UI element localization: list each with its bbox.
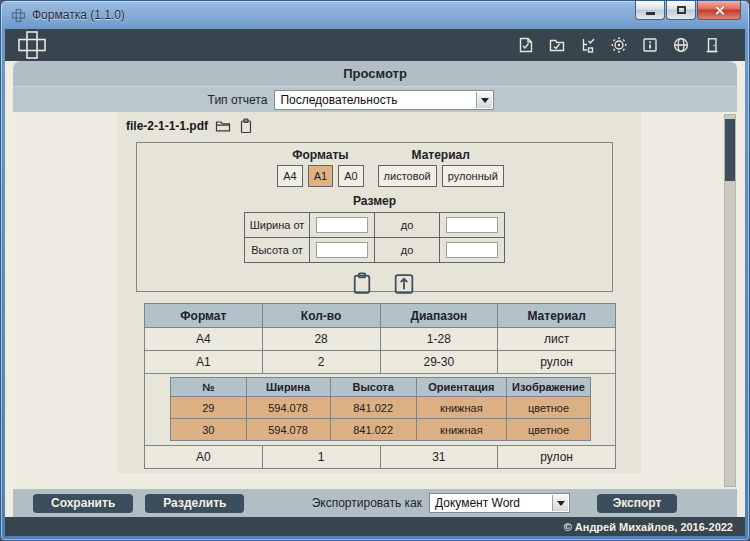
cell-count: 1 bbox=[262, 446, 380, 469]
table-header-row: № Ширина Высота Ориентация Изображение bbox=[171, 378, 591, 397]
vertical-scrollbar[interactable] bbox=[724, 114, 736, 487]
formats-summary-table: Формат Кол-во Диапазон Материал A4 28 1-… bbox=[144, 303, 616, 469]
col-material: Материал bbox=[498, 304, 616, 328]
info-icon[interactable] bbox=[641, 36, 659, 54]
window-client-area: Просмотр Тип отчета Последовательность f… bbox=[5, 29, 745, 536]
status-bar: © Андрей Михайлов, 2016-2022 bbox=[5, 517, 745, 536]
material-group: Материал листовой рулонный bbox=[378, 148, 504, 187]
table-row: Высота от до bbox=[245, 238, 505, 263]
file-name: file-2-1-1-1.pdf bbox=[126, 119, 208, 133]
cell-count: 28 bbox=[262, 328, 380, 351]
width-to-label: до bbox=[375, 213, 440, 238]
window-titlebar[interactable]: Форматка (1.1.0) bbox=[1, 1, 749, 29]
apply-upload-button[interactable] bbox=[391, 271, 417, 296]
window-controls bbox=[635, 1, 741, 20]
app-window: Форматка (1.1.0) bbox=[0, 0, 750, 541]
save-button[interactable]: Сохранить bbox=[33, 494, 133, 513]
copy-clipboard-icon[interactable] bbox=[238, 118, 254, 134]
cell-number: 30 bbox=[171, 419, 247, 441]
table-row[interactable]: A0 1 31 рулон bbox=[145, 446, 616, 469]
document-viewport: file-2-1-1-1.pdf bbox=[13, 112, 737, 489]
material-sheet-button[interactable]: листовой bbox=[378, 165, 437, 187]
report-type-select[interactable]: Последовательность bbox=[274, 90, 494, 110]
width-to-input[interactable] bbox=[446, 217, 498, 233]
header-toolbar bbox=[517, 36, 721, 54]
settings-gear-icon[interactable] bbox=[610, 36, 628, 54]
height-to-input[interactable] bbox=[446, 242, 498, 258]
report-folder-icon[interactable] bbox=[548, 36, 566, 54]
report-type-value: Последовательность bbox=[280, 93, 397, 107]
col-width: Ширина bbox=[246, 378, 330, 397]
cell-format: A0 bbox=[145, 446, 263, 469]
cell-height: 841.022 bbox=[330, 397, 416, 419]
cell-material: рулон bbox=[498, 446, 616, 469]
main-area: Просмотр Тип отчета Последовательность f… bbox=[5, 61, 745, 517]
minimize-button[interactable] bbox=[635, 1, 665, 20]
table-header-row: Формат Кол-во Диапазон Материал bbox=[145, 304, 616, 328]
material-roll-button[interactable]: рулонный bbox=[442, 165, 504, 187]
format-a4-button[interactable]: A4 bbox=[277, 165, 302, 187]
chevron-down-icon[interactable] bbox=[476, 92, 492, 108]
split-button[interactable]: Разделить bbox=[145, 494, 244, 513]
height-from-input[interactable] bbox=[316, 242, 368, 258]
cell-width: 594.078 bbox=[246, 419, 330, 441]
window-title: Форматка (1.1.0) bbox=[32, 8, 125, 22]
cell-image: цветное bbox=[506, 397, 590, 419]
open-folder-icon[interactable] bbox=[215, 118, 231, 134]
export-button[interactable]: Экспорт bbox=[597, 494, 677, 513]
col-orientation: Ориентация bbox=[416, 378, 506, 397]
close-icon bbox=[714, 5, 725, 16]
cell-range: 31 bbox=[380, 446, 498, 469]
preview-card: Просмотр Тип отчета Последовательность f… bbox=[13, 61, 737, 517]
size-filter-table: Ширина от до Высота от до bbox=[244, 212, 505, 263]
file-row: file-2-1-1-1.pdf bbox=[126, 118, 254, 134]
height-from-label: Высота от bbox=[245, 238, 310, 263]
structure-report-icon[interactable] bbox=[579, 36, 597, 54]
report-file-icon[interactable] bbox=[517, 36, 535, 54]
chevron-down-icon[interactable] bbox=[552, 495, 568, 511]
size-label: Размер bbox=[137, 194, 612, 208]
report-type-row: Тип отчета Последовательность bbox=[13, 86, 737, 112]
table-row[interactable]: A1 2 29-30 рулон bbox=[145, 351, 616, 374]
material-label: Материал bbox=[412, 148, 470, 162]
table-row[interactable]: A4 28 1-28 лист bbox=[145, 328, 616, 351]
table-row[interactable]: 29 594.078 841.022 книжная цветное bbox=[171, 397, 591, 419]
col-number: № bbox=[171, 378, 247, 397]
pdf-preview-panel: file-2-1-1-1.pdf bbox=[118, 112, 641, 473]
col-image: Изображение bbox=[506, 378, 590, 397]
cell-material: рулон bbox=[498, 351, 616, 374]
maximize-button[interactable] bbox=[666, 1, 696, 20]
close-button[interactable] bbox=[697, 1, 741, 20]
cell-range: 1-28 bbox=[380, 328, 498, 351]
cell-orientation: книжная bbox=[416, 397, 506, 419]
footer-toolbar: Сохранить Разделить Экспортировать как Д… bbox=[13, 489, 737, 517]
height-to-label: до bbox=[375, 238, 440, 263]
cell-image: цветное bbox=[506, 419, 590, 441]
copyright-text: © Андрей Михайлов, 2016-2022 bbox=[564, 521, 733, 533]
cell-height: 841.022 bbox=[330, 419, 416, 441]
scrollbar-thumb[interactable] bbox=[725, 119, 735, 181]
table-row[interactable]: 30 594.078 841.022 книжная цветное bbox=[171, 419, 591, 441]
detail-row: № Ширина Высота Ориентация Изображение 2… bbox=[145, 374, 616, 446]
col-height: Высота bbox=[330, 378, 416, 397]
cell-count: 2 bbox=[262, 351, 380, 374]
cell-format: A1 bbox=[145, 351, 263, 374]
app-window-icon bbox=[11, 8, 26, 23]
language-globe-icon[interactable] bbox=[672, 36, 690, 54]
format-a0-button[interactable]: A0 bbox=[338, 165, 363, 187]
format-a1-button[interactable]: A1 bbox=[308, 165, 333, 187]
exit-door-icon[interactable] bbox=[703, 36, 721, 54]
cell-material: лист bbox=[498, 328, 616, 351]
pages-detail-table: № Ширина Высота Ориентация Изображение 2… bbox=[170, 377, 591, 441]
col-range: Диапазон bbox=[380, 304, 498, 328]
col-format: Формат bbox=[145, 304, 263, 328]
cell-width: 594.078 bbox=[246, 397, 330, 419]
app-logo-icon bbox=[17, 30, 47, 60]
cell-format: A4 bbox=[145, 328, 263, 351]
cell-number: 29 bbox=[171, 397, 247, 419]
export-group: Экспортировать как Документ Word Экспорт bbox=[312, 493, 677, 513]
export-format-select[interactable]: Документ Word bbox=[429, 493, 570, 513]
table-row: Ширина от до bbox=[245, 213, 505, 238]
copy-filter-button[interactable] bbox=[349, 271, 375, 296]
width-from-input[interactable] bbox=[316, 217, 368, 233]
